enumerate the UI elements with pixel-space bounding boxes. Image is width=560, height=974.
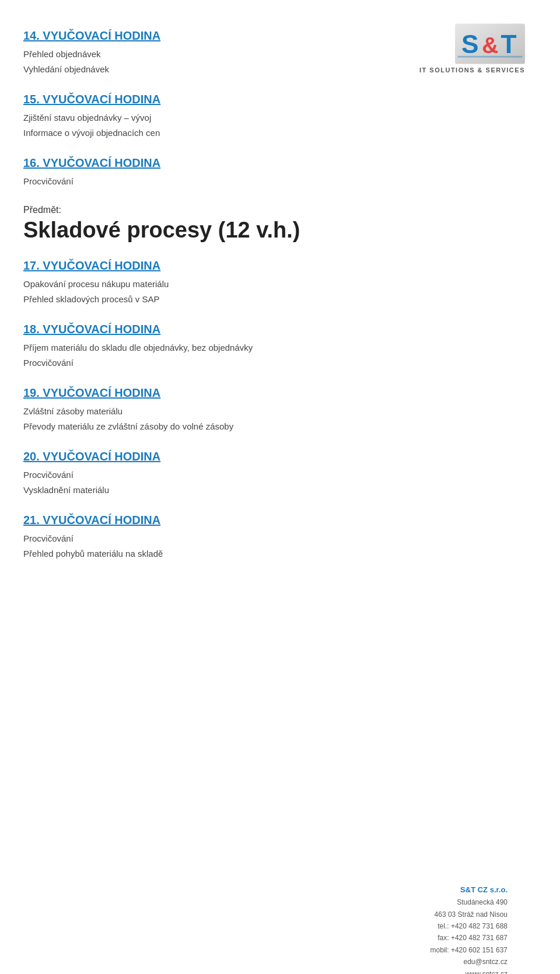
section-14-heading: 14. VYUČOVACÍ HODINA <box>23 29 443 43</box>
section-14: 14. VYUČOVACÍ HODINA Přehled objednávek … <box>23 29 443 76</box>
svg-rect-4 <box>458 56 523 58</box>
subject-title: Skladové procesy (12 v.h.) <box>23 218 443 243</box>
section-16-heading: 16. VYUČOVACÍ HODINA <box>23 156 443 170</box>
footer-web: www.sntcz.cz <box>430 968 508 974</box>
footer-address1: Studánecká 490 <box>430 896 508 908</box>
section-17: 17. VYUČOVACÍ HODINA Opakování procesu n… <box>23 259 443 306</box>
logo-area: S & T IT SOLUTIONS & SERVICES <box>397 23 525 74</box>
section-19: 19. VYUČOVACÍ HODINA Zvláštní zásoby mat… <box>23 386 443 434</box>
section-20: 20. VYUČOVACÍ HODINA Procvičování Vyskla… <box>23 450 443 497</box>
footer-fax: fax: +420 482 731 687 <box>430 932 508 944</box>
section-17-text: Opakování procesu nákupu materiálu Přehl… <box>23 277 443 306</box>
footer-tel: tel.: +420 482 731 688 <box>430 920 508 932</box>
section-21: 21. VYUČOVACÍ HODINA Procvičování Přehle… <box>23 514 443 561</box>
main-content: 14. VYUČOVACÍ HODINA Přehled objednávek … <box>23 23 443 561</box>
footer-mobil: mobil: +420 602 151 637 <box>430 944 508 956</box>
subject-label: Předmět: <box>23 205 443 215</box>
svg-text:T: T <box>501 30 516 58</box>
subject-block: Předmět: Skladové procesy (12 v.h.) <box>23 205 443 243</box>
section-16: 16. VYUČOVACÍ HODINA Procvičování <box>23 156 443 188</box>
section-16-text: Procvičování <box>23 174 443 188</box>
section-15-text: Zjištění stavu objednávky – vývoj Inform… <box>23 111 443 140</box>
footer-address2: 463 03 Stráž nad Nisou <box>430 909 508 920</box>
page-container: S & T IT SOLUTIONS & SERVICES 14. VYUČOV… <box>23 23 525 974</box>
section-19-heading: 19. VYUČOVACÍ HODINA <box>23 386 443 400</box>
logo-graphic: S & T IT SOLUTIONS & SERVICES <box>397 23 525 74</box>
section-18: 18. VYUČOVACÍ HODINA Příjem materiálu do… <box>23 323 443 370</box>
section-18-text: Příjem materiálu do skladu dle objednávk… <box>23 341 443 370</box>
section-20-text: Procvičování Vyskladnění materiálu <box>23 468 443 497</box>
section-18-heading: 18. VYUČOVACÍ HODINA <box>23 323 443 336</box>
svg-text:S: S <box>461 30 479 58</box>
svg-text:&: & <box>482 33 498 58</box>
logo-tagline: IT SOLUTIONS & SERVICES <box>419 67 525 74</box>
section-14-text: Přehled objednávek Vyhledání objednávek <box>23 47 443 76</box>
section-19-text: Zvláštní zásoby materiálu Převody materi… <box>23 404 443 434</box>
section-20-heading: 20. VYUČOVACÍ HODINA <box>23 450 443 463</box>
section-21-text: Procvičování Přehled pohybů materiálu na… <box>23 532 443 561</box>
footer: S&T CZ s.r.o. Studánecká 490 463 03 Strá… <box>430 884 508 974</box>
section-15: 15. VYUČOVACÍ HODINA Zjištění stavu obje… <box>23 93 443 140</box>
section-15-heading: 15. VYUČOVACÍ HODINA <box>23 93 443 106</box>
snt-logo-icon: S & T <box>455 23 525 64</box>
section-21-heading: 21. VYUČOVACÍ HODINA <box>23 514 443 527</box>
footer-company-name: S&T CZ s.r.o. <box>430 884 508 896</box>
footer-email: edu@sntcz.cz <box>430 956 508 968</box>
section-17-heading: 17. VYUČOVACÍ HODINA <box>23 259 443 273</box>
